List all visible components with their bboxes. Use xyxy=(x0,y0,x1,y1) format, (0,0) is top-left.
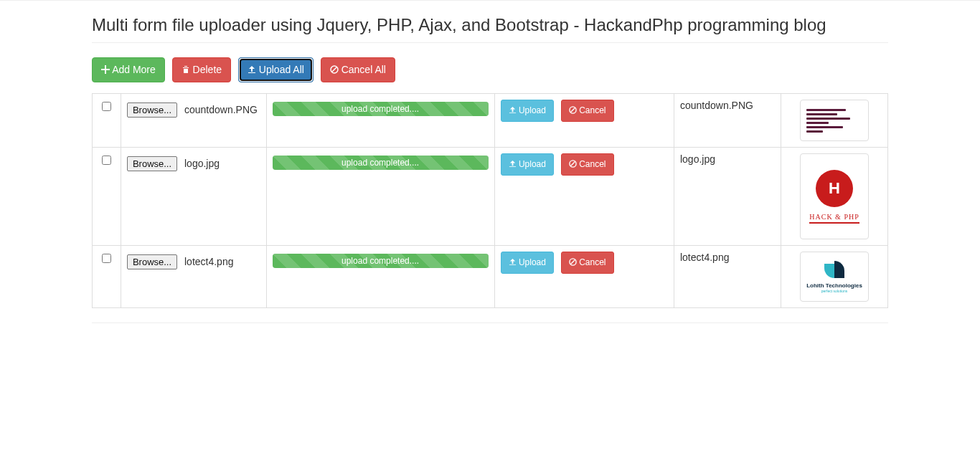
uploaded-filename: logo.jpg xyxy=(680,153,715,165)
upload-button[interactable]: Upload xyxy=(501,100,554,122)
cancel-button[interactable]: Cancel xyxy=(561,252,614,274)
page-title: Multi form file uploader using Jquery, P… xyxy=(92,15,888,35)
browse-button[interactable]: Browse... xyxy=(127,102,177,118)
upload-icon xyxy=(248,63,256,77)
svg-line-1 xyxy=(331,67,336,72)
thumbnail-image xyxy=(800,100,869,141)
svg-line-5 xyxy=(570,161,575,166)
upload-icon xyxy=(509,105,517,118)
add-more-button[interactable]: Add More xyxy=(92,57,165,82)
browse-button[interactable]: Browse... xyxy=(127,254,177,269)
ban-icon xyxy=(569,158,577,171)
upload-label: Upload xyxy=(519,257,546,267)
toolbar: Add More Delete Upload All Cancel All xyxy=(92,57,888,82)
trash-icon xyxy=(182,63,190,77)
thumbnail-image: HHACK & PHP xyxy=(800,153,869,239)
uploaded-filename: countdown.PNG xyxy=(680,100,753,111)
table-row: Browse... logo.jpg upload completed.... … xyxy=(93,148,888,246)
cancel-all-label: Cancel All xyxy=(341,64,386,75)
upload-button[interactable]: Upload xyxy=(501,153,554,176)
selected-filename: logo.jpg xyxy=(184,158,220,169)
upload-icon xyxy=(509,257,517,269)
delete-button[interactable]: Delete xyxy=(172,57,231,82)
cancel-button[interactable]: Cancel xyxy=(561,153,614,176)
svg-line-3 xyxy=(570,108,575,112)
delete-label: Delete xyxy=(193,64,222,75)
add-more-label: Add More xyxy=(112,64,156,75)
selected-filename: lotect4.png xyxy=(184,256,234,267)
ban-icon xyxy=(569,257,577,269)
selected-filename: countdown.PNG xyxy=(184,104,258,115)
cancel-all-button[interactable]: Cancel All xyxy=(321,57,395,82)
header-divider xyxy=(92,42,888,43)
footer-divider xyxy=(92,322,888,323)
row-select-checkbox[interactable] xyxy=(102,254,111,263)
plus-icon xyxy=(101,63,110,77)
svg-line-7 xyxy=(570,259,575,264)
upload-progress: upload completed.... xyxy=(273,254,489,268)
cancel-label: Cancel xyxy=(579,105,606,115)
upload-label: Upload xyxy=(519,105,546,115)
upload-progress-bar: upload completed.... xyxy=(273,254,489,268)
cancel-label: Cancel xyxy=(579,257,606,267)
upload-icon xyxy=(509,158,517,171)
row-select-checkbox[interactable] xyxy=(102,156,111,165)
upload-progress-bar: upload completed.... xyxy=(273,156,489,170)
upload-progress: upload completed.... xyxy=(273,156,489,170)
ban-icon xyxy=(330,63,339,77)
upload-label: Upload xyxy=(519,159,546,169)
cancel-button[interactable]: Cancel xyxy=(561,100,614,122)
upload-button[interactable]: Upload xyxy=(501,252,554,274)
upload-progress-bar: upload completed.... xyxy=(273,102,489,116)
thumbnail-image: Lohith Technologiesperfect solutions xyxy=(800,252,869,302)
uploaded-filename: lotect4.png xyxy=(680,252,730,263)
table-row: Browse... countdown.PNG upload completed… xyxy=(93,94,888,148)
cancel-label: Cancel xyxy=(579,159,606,169)
upload-progress: upload completed.... xyxy=(273,102,489,116)
row-select-checkbox[interactable] xyxy=(102,102,111,111)
upload-all-button[interactable]: Upload All xyxy=(238,57,314,82)
upload-all-label: Upload All xyxy=(259,64,304,75)
table-row: Browse... lotect4.png upload completed..… xyxy=(93,246,888,308)
uploads-table: Browse... countdown.PNG upload completed… xyxy=(92,93,888,308)
browse-button[interactable]: Browse... xyxy=(127,156,177,171)
ban-icon xyxy=(569,105,577,118)
